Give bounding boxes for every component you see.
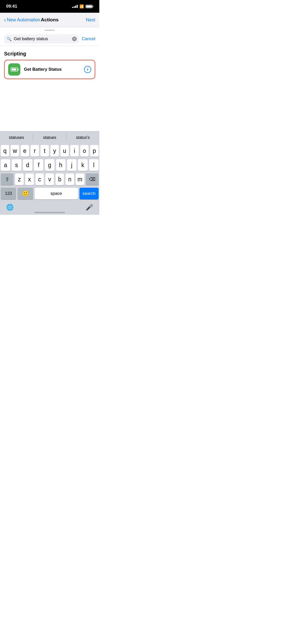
key-row-4: 123 🙂 space search [1, 188, 99, 199]
key-row-1: q w e r t y u i o p [1, 145, 99, 157]
signal-bar-4 [77, 5, 78, 8]
key-t[interactable]: t [40, 145, 49, 157]
result-item-name: Get Battery Status [24, 67, 80, 72]
battery-fill [12, 68, 16, 70]
globe-icon[interactable]: 🌐 [6, 204, 14, 211]
key-e[interactable]: e [21, 145, 29, 157]
signal-bars-icon [72, 5, 78, 8]
search-bar: 🔍 ✕ Cancel [0, 32, 99, 46]
key-n[interactable]: n [65, 173, 74, 185]
key-s[interactable]: s [12, 159, 21, 171]
key-w[interactable]: w [11, 145, 19, 157]
autocomplete-item-0[interactable]: statuses [0, 131, 33, 143]
key-u[interactable]: u [60, 145, 69, 157]
keyboard-rows: q w e r t y u i o p a s d f g h j k l ⇧ … [0, 143, 99, 199]
status-bar: 09:41 📶 [0, 0, 99, 13]
key-o[interactable]: o [80, 145, 89, 157]
emoji-key[interactable]: 🙂 [18, 188, 33, 199]
key-v[interactable]: v [45, 173, 54, 185]
battery-status-icon [86, 5, 93, 8]
key-f[interactable]: f [34, 159, 43, 171]
battery-inner-icon [11, 67, 18, 71]
shift-key[interactable]: ⇧ [1, 173, 13, 185]
number-key[interactable]: 123 [1, 188, 16, 199]
clear-button[interactable]: ✕ [72, 37, 77, 41]
microphone-icon[interactable]: 🎤 [86, 204, 93, 211]
key-x[interactable]: x [25, 173, 34, 185]
search-icon: 🔍 [7, 37, 12, 41]
sheet-handle-area [0, 27, 99, 32]
delete-key[interactable]: ⌫ [86, 173, 99, 185]
key-y[interactable]: y [50, 145, 59, 157]
key-q[interactable]: q [1, 145, 9, 157]
key-i[interactable]: i [70, 145, 79, 157]
signal-bar-2 [74, 6, 75, 8]
nav-bar: ‹ New Automation Actions Next [0, 13, 99, 27]
get-battery-status-item[interactable]: Get Battery Status i [4, 60, 95, 79]
space-key[interactable]: space [35, 188, 78, 199]
signal-bar-1 [72, 7, 73, 8]
next-button[interactable]: Next [86, 17, 95, 23]
key-m[interactable]: m [76, 173, 84, 185]
key-row-3: ⇧ z x c v b n m ⌫ [1, 173, 99, 185]
section-title: Scripting [4, 51, 95, 57]
key-c[interactable]: c [35, 173, 44, 185]
key-z[interactable]: z [15, 173, 24, 185]
search-input-wrapper[interactable]: 🔍 ✕ [4, 34, 79, 43]
content-area: Scripting Get Battery Status i [0, 46, 99, 79]
key-l[interactable]: l [89, 159, 99, 171]
home-indicator [34, 212, 65, 213]
key-d[interactable]: d [23, 159, 32, 171]
cancel-button[interactable]: Cancel [82, 36, 95, 41]
status-icons: 📶 [72, 4, 93, 8]
key-h[interactable]: h [56, 159, 65, 171]
autocomplete-bar: statuses statues status's [0, 131, 99, 143]
sheet-handle [45, 30, 55, 31]
autocomplete-item-1[interactable]: statues [33, 131, 66, 143]
keyboard-area: statuses statues status's q w e r t y u … [0, 131, 99, 215]
signal-bar-3 [75, 6, 76, 8]
battery-action-icon [8, 63, 20, 76]
chevron-left-icon: ‹ [4, 17, 6, 22]
key-r[interactable]: r [31, 145, 39, 157]
autocomplete-item-2[interactable]: status's [66, 131, 99, 143]
key-row-2: a s d f g h j k l [1, 159, 99, 171]
key-a[interactable]: a [1, 159, 10, 171]
back-label: New Automation [7, 17, 40, 23]
key-j[interactable]: j [67, 159, 76, 171]
key-g[interactable]: g [45, 159, 54, 171]
info-button[interactable]: i [84, 66, 91, 73]
search-key[interactable]: search [79, 188, 99, 199]
back-button[interactable]: ‹ New Automation [4, 17, 40, 23]
key-k[interactable]: k [78, 159, 87, 171]
nav-title: Actions [41, 17, 59, 23]
key-p[interactable]: p [90, 145, 99, 157]
key-b[interactable]: b [56, 173, 64, 185]
wifi-icon: 📶 [79, 4, 84, 8]
search-input[interactable] [14, 36, 70, 41]
status-time: 09:41 [6, 4, 17, 9]
